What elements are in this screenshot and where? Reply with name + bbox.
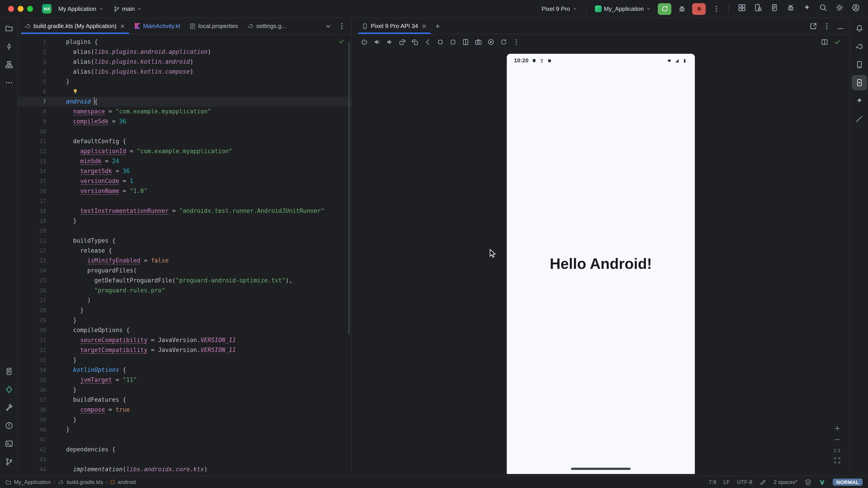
code-line-44[interactable]: 44 implementation(libs.androidx.core.ktx… xyxy=(18,464,351,475)
line-number[interactable]: 30 xyxy=(18,325,53,335)
app-insights-icon[interactable] xyxy=(783,0,798,15)
code-line-29[interactable]: 29 } xyxy=(18,315,351,325)
code-line-33[interactable]: 33 } xyxy=(18,355,351,365)
code-line-8[interactable]: 8 namespace = "com.example.myapplication… xyxy=(18,107,351,117)
ideavim-icon[interactable] xyxy=(819,479,826,486)
inspections-ok-icon[interactable] xyxy=(338,38,345,45)
line-number[interactable]: 21 xyxy=(18,236,53,246)
zoom-fit-button[interactable] xyxy=(834,457,841,464)
line-number[interactable]: 15 xyxy=(18,176,53,186)
line-number[interactable]: 26 xyxy=(18,286,53,295)
code-line-13[interactable]: 13 minSdk = 24 xyxy=(18,156,351,166)
code-line-10[interactable]: 10 xyxy=(18,127,351,136)
line-number[interactable]: 2 xyxy=(18,47,53,57)
code-line-4[interactable]: 4 alias(libs.plugins.kotlin.compose) xyxy=(18,67,351,77)
more-vertical-icon[interactable] xyxy=(511,37,522,47)
code-line-16[interactable]: 16 versionName = "1.0" xyxy=(18,186,351,196)
line-number[interactable]: 3 xyxy=(18,57,53,67)
profile-icon[interactable] xyxy=(848,0,864,15)
breadcrumb-file[interactable]: build.gradle.kts xyxy=(67,479,103,485)
screenshot-icon[interactable] xyxy=(473,37,484,47)
layout-inspector-icon[interactable] xyxy=(734,0,749,15)
line-number[interactable]: 6 xyxy=(18,87,53,97)
debug-button[interactable] xyxy=(675,3,688,15)
encoding-widget[interactable]: UTF-8 xyxy=(737,479,752,485)
overview-icon[interactable] xyxy=(447,37,458,47)
code-line-11[interactable]: 11 defaultConfig { xyxy=(18,136,351,147)
more-vertical-icon[interactable] xyxy=(821,21,833,31)
build-icon[interactable] xyxy=(1,400,17,415)
code-line-39[interactable]: 39 } xyxy=(18,415,351,425)
code-line-43[interactable]: 43 xyxy=(18,455,351,464)
device-explorer-icon[interactable] xyxy=(750,0,766,15)
code-line-26[interactable]: 26 "proguard-rules.pro" xyxy=(18,286,351,295)
code-line-27[interactable]: 27 ) xyxy=(18,295,351,305)
code-line-42[interactable]: 42dependencies { xyxy=(18,445,351,455)
line-number[interactable]: 4 xyxy=(18,67,53,77)
editor-scrollbar[interactable] xyxy=(348,42,350,335)
code-line-17[interactable]: 17 xyxy=(18,196,351,206)
line-number[interactable]: 29 xyxy=(18,315,53,325)
line-number[interactable]: 14 xyxy=(18,166,53,176)
line-number[interactable]: 8 xyxy=(18,107,53,117)
zoom-window-button[interactable] xyxy=(27,6,33,12)
zoom-in-button[interactable] xyxy=(834,425,841,432)
line-number[interactable]: 9 xyxy=(18,117,53,127)
line-number[interactable]: 23 xyxy=(18,256,53,266)
project-selector[interactable]: My Application xyxy=(55,4,107,14)
code-line-2[interactable]: 2 alias(libs.plugins.android.application… xyxy=(18,47,351,57)
zoom-reset-button[interactable]: 1:1 xyxy=(834,447,841,453)
line-number[interactable]: 36 xyxy=(18,385,53,395)
more-icon[interactable] xyxy=(1,75,17,90)
line-number[interactable]: 41 xyxy=(18,435,53,445)
project-icon[interactable] xyxy=(1,21,17,36)
code-line-35[interactable]: 35 jvmTarget = "11" xyxy=(18,375,351,385)
record-icon[interactable] xyxy=(486,37,496,47)
code-line-5[interactable]: 5} xyxy=(18,77,351,87)
settings-icon[interactable] xyxy=(832,0,847,15)
code-line-23[interactable]: 23 isMinifyEnabled = false xyxy=(18,256,351,266)
line-number[interactable]: 5 xyxy=(18,77,53,87)
code-line-7[interactable]: 7android { xyxy=(18,97,351,107)
tab-build-gradle-kts[interactable]: build.gradle.kts (My Application) xyxy=(20,18,130,34)
line-number[interactable]: 43 xyxy=(18,455,53,464)
code-editor[interactable]: 1plugins {2 alias(libs.plugins.android.a… xyxy=(18,34,351,476)
problems-icon[interactable] xyxy=(1,418,17,433)
chevron-down-icon[interactable] xyxy=(322,21,334,31)
code-line-21[interactable]: 21 buildTypes { xyxy=(18,236,351,246)
zoom-out-button[interactable] xyxy=(834,436,841,443)
line-number[interactable]: 12 xyxy=(18,147,53,156)
home-icon[interactable] xyxy=(435,37,446,47)
line-number[interactable]: 27 xyxy=(18,295,53,305)
hide-icon[interactable] xyxy=(835,21,846,31)
commit-icon[interactable] xyxy=(1,39,17,54)
code-line-31[interactable]: 31 sourceCompatibility = JavaVersion.VER… xyxy=(18,335,351,345)
device-selector[interactable]: Pixel 9 Pro xyxy=(538,4,581,14)
breadcrumb-element[interactable]: android xyxy=(118,479,135,485)
rotate-right-icon[interactable] xyxy=(410,37,421,47)
line-separator-widget[interactable]: LF xyxy=(723,479,730,485)
shield-check-icon[interactable] xyxy=(805,479,811,486)
code-line-25[interactable]: 25 getDefaultProguardFile("proguard-andr… xyxy=(18,275,351,286)
volume-down-icon[interactable] xyxy=(384,37,395,47)
line-number[interactable]: 35 xyxy=(18,375,53,385)
line-number[interactable]: 24 xyxy=(18,266,53,275)
code-line-34[interactable]: 34 kotlinOptions { xyxy=(18,365,351,375)
pencil-icon[interactable] xyxy=(760,479,766,486)
stop-button[interactable] xyxy=(692,3,706,15)
code-line-37[interactable]: 37 buildFeatures { xyxy=(18,395,351,405)
breadcrumb-project[interactable]: My_Application xyxy=(14,479,51,485)
close-device-tab-icon[interactable] xyxy=(421,23,427,29)
logcat-icon[interactable] xyxy=(767,0,782,15)
terminal-icon[interactable] xyxy=(1,436,17,451)
indent-widget[interactable]: 2 spaces* xyxy=(774,479,797,485)
gemini-icon[interactable] xyxy=(799,0,815,15)
device-manager-icon[interactable] xyxy=(851,57,867,72)
code-line-41[interactable]: 41 xyxy=(18,435,351,445)
columns-icon[interactable] xyxy=(819,37,830,47)
line-number[interactable]: 39 xyxy=(18,415,53,425)
cursor-position-widget[interactable]: 7:9 xyxy=(709,479,716,485)
code-line-40[interactable]: 40} xyxy=(18,425,351,435)
restart-icon[interactable] xyxy=(498,37,509,47)
line-number[interactable]: 20 xyxy=(18,226,53,236)
